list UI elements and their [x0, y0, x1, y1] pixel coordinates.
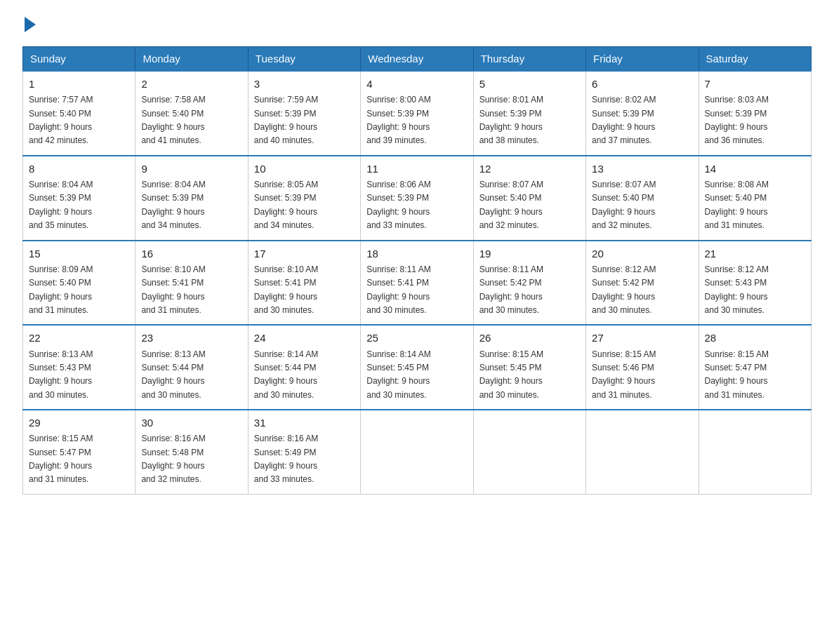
day-info: Sunrise: 8:14 AMSunset: 5:44 PMDaylight:…: [254, 349, 318, 400]
weekday-header-sunday: Sunday: [23, 47, 135, 72]
logo: [22, 17, 36, 32]
day-number: 2: [141, 76, 241, 92]
day-number: 11: [366, 161, 467, 177]
day-number: 21: [705, 246, 805, 262]
day-cell: 15Sunrise: 8:09 AMSunset: 5:40 PMDayligh…: [23, 241, 135, 326]
day-cell: 12Sunrise: 8:07 AMSunset: 5:40 PMDayligh…: [473, 156, 585, 241]
day-cell: 5Sunrise: 8:01 AMSunset: 5:39 PMDaylight…: [473, 71, 585, 156]
day-number: 4: [366, 76, 467, 92]
day-info: Sunrise: 8:09 AMSunset: 5:40 PMDaylight:…: [29, 264, 93, 315]
day-cell: [361, 410, 473, 494]
weekday-header-friday: Friday: [586, 47, 699, 72]
week-row-4: 22Sunrise: 8:13 AMSunset: 5:43 PMDayligh…: [23, 325, 812, 410]
day-number: 28: [705, 330, 805, 346]
day-cell: 7Sunrise: 8:03 AMSunset: 5:39 PMDaylight…: [699, 71, 811, 156]
day-number: 18: [366, 246, 467, 262]
day-cell: 9Sunrise: 8:04 AMSunset: 5:39 PMDaylight…: [135, 156, 248, 241]
day-info: Sunrise: 8:15 AMSunset: 5:46 PMDaylight:…: [592, 349, 656, 400]
day-number: 5: [479, 76, 580, 92]
day-cell: 25Sunrise: 8:14 AMSunset: 5:45 PMDayligh…: [361, 325, 473, 410]
day-info: Sunrise: 8:10 AMSunset: 5:41 PMDaylight:…: [254, 264, 318, 315]
day-number: 10: [254, 161, 355, 177]
day-info: Sunrise: 8:07 AMSunset: 5:40 PMDaylight:…: [592, 180, 656, 230]
day-info: Sunrise: 8:15 AMSunset: 5:47 PMDaylight:…: [705, 349, 769, 400]
day-info: Sunrise: 8:04 AMSunset: 5:39 PMDaylight:…: [141, 180, 205, 230]
weekday-header-thursday: Thursday: [473, 47, 585, 72]
day-number: 31: [254, 415, 355, 431]
day-cell: [586, 410, 699, 494]
day-info: Sunrise: 8:03 AMSunset: 5:39 PMDaylight:…: [705, 95, 769, 145]
day-info: Sunrise: 8:14 AMSunset: 5:45 PMDaylight:…: [366, 349, 430, 400]
day-cell: 8Sunrise: 8:04 AMSunset: 5:39 PMDaylight…: [23, 156, 135, 241]
day-number: 16: [141, 246, 241, 262]
day-cell: 31Sunrise: 8:16 AMSunset: 5:49 PMDayligh…: [248, 410, 360, 494]
day-info: Sunrise: 8:10 AMSunset: 5:41 PMDaylight:…: [141, 264, 205, 315]
day-info: Sunrise: 7:57 AMSunset: 5:40 PMDaylight:…: [29, 95, 93, 145]
day-info: Sunrise: 8:01 AMSunset: 5:39 PMDaylight:…: [479, 95, 543, 145]
day-number: 6: [592, 76, 692, 92]
day-cell: 19Sunrise: 8:11 AMSunset: 5:42 PMDayligh…: [473, 241, 585, 326]
day-cell: 20Sunrise: 8:12 AMSunset: 5:42 PMDayligh…: [586, 241, 699, 326]
week-row-2: 8Sunrise: 8:04 AMSunset: 5:39 PMDaylight…: [23, 156, 812, 241]
day-cell: 29Sunrise: 8:15 AMSunset: 5:47 PMDayligh…: [23, 410, 135, 494]
day-cell: 14Sunrise: 8:08 AMSunset: 5:40 PMDayligh…: [699, 156, 811, 241]
calendar-table: SundayMondayTuesdayWednesdayThursdayFrid…: [22, 46, 812, 495]
day-info: Sunrise: 8:00 AMSunset: 5:39 PMDaylight:…: [366, 95, 430, 145]
day-info: Sunrise: 8:11 AMSunset: 5:42 PMDaylight:…: [479, 264, 543, 315]
day-cell: 2Sunrise: 7:58 AMSunset: 5:40 PMDaylight…: [135, 71, 248, 156]
day-info: Sunrise: 7:59 AMSunset: 5:39 PMDaylight:…: [254, 95, 318, 145]
day-number: 3: [254, 76, 355, 92]
header: [22, 17, 812, 32]
weekday-header-wednesday: Wednesday: [361, 47, 473, 72]
day-number: 19: [479, 246, 580, 262]
day-info: Sunrise: 7:58 AMSunset: 5:40 PMDaylight:…: [141, 95, 205, 145]
day-cell: 4Sunrise: 8:00 AMSunset: 5:39 PMDaylight…: [361, 71, 473, 156]
day-info: Sunrise: 8:12 AMSunset: 5:42 PMDaylight:…: [592, 264, 656, 315]
week-row-1: 1Sunrise: 7:57 AMSunset: 5:40 PMDaylight…: [23, 71, 812, 156]
weekday-header-monday: Monday: [135, 47, 248, 72]
day-cell: 10Sunrise: 8:05 AMSunset: 5:39 PMDayligh…: [248, 156, 360, 241]
day-cell: 13Sunrise: 8:07 AMSunset: 5:40 PMDayligh…: [586, 156, 699, 241]
day-info: Sunrise: 8:13 AMSunset: 5:43 PMDaylight:…: [29, 349, 93, 400]
day-info: Sunrise: 8:07 AMSunset: 5:40 PMDaylight:…: [479, 180, 543, 230]
day-cell: 18Sunrise: 8:11 AMSunset: 5:41 PMDayligh…: [361, 241, 473, 326]
day-number: 25: [366, 330, 467, 346]
day-cell: 24Sunrise: 8:14 AMSunset: 5:44 PMDayligh…: [248, 325, 360, 410]
day-info: Sunrise: 8:11 AMSunset: 5:41 PMDaylight:…: [366, 264, 430, 315]
day-number: 29: [29, 415, 129, 431]
day-info: Sunrise: 8:12 AMSunset: 5:43 PMDaylight:…: [705, 264, 769, 315]
day-cell: [473, 410, 585, 494]
day-number: 20: [592, 246, 692, 262]
day-cell: 23Sunrise: 8:13 AMSunset: 5:44 PMDayligh…: [135, 325, 248, 410]
day-info: Sunrise: 8:06 AMSunset: 5:39 PMDaylight:…: [366, 180, 430, 230]
weekday-header-saturday: Saturday: [699, 47, 811, 72]
day-info: Sunrise: 8:02 AMSunset: 5:39 PMDaylight:…: [592, 95, 656, 145]
day-cell: 17Sunrise: 8:10 AMSunset: 5:41 PMDayligh…: [248, 241, 360, 326]
week-row-5: 29Sunrise: 8:15 AMSunset: 5:47 PMDayligh…: [23, 410, 812, 494]
day-number: 1: [29, 76, 129, 92]
day-info: Sunrise: 8:04 AMSunset: 5:39 PMDaylight:…: [29, 180, 93, 230]
week-row-3: 15Sunrise: 8:09 AMSunset: 5:40 PMDayligh…: [23, 241, 812, 326]
day-info: Sunrise: 8:05 AMSunset: 5:39 PMDaylight:…: [254, 180, 318, 230]
day-number: 14: [705, 161, 805, 177]
day-number: 27: [592, 330, 692, 346]
day-cell: 22Sunrise: 8:13 AMSunset: 5:43 PMDayligh…: [23, 325, 135, 410]
day-number: 12: [479, 161, 580, 177]
day-info: Sunrise: 8:16 AMSunset: 5:49 PMDaylight:…: [254, 434, 318, 484]
day-number: 26: [479, 330, 580, 346]
day-number: 22: [29, 330, 129, 346]
day-number: 8: [29, 161, 129, 177]
day-cell: 6Sunrise: 8:02 AMSunset: 5:39 PMDaylight…: [586, 71, 699, 156]
day-info: Sunrise: 8:16 AMSunset: 5:48 PMDaylight:…: [141, 434, 205, 484]
day-info: Sunrise: 8:13 AMSunset: 5:44 PMDaylight:…: [141, 349, 205, 400]
day-cell: 3Sunrise: 7:59 AMSunset: 5:39 PMDaylight…: [248, 71, 360, 156]
day-cell: 1Sunrise: 7:57 AMSunset: 5:40 PMDaylight…: [23, 71, 135, 156]
day-cell: 21Sunrise: 8:12 AMSunset: 5:43 PMDayligh…: [699, 241, 811, 326]
weekday-header-row: SundayMondayTuesdayWednesdayThursdayFrid…: [23, 47, 812, 72]
day-cell: 27Sunrise: 8:15 AMSunset: 5:46 PMDayligh…: [586, 325, 699, 410]
weekday-header-tuesday: Tuesday: [248, 47, 360, 72]
day-number: 30: [141, 415, 241, 431]
day-number: 17: [254, 246, 355, 262]
day-info: Sunrise: 8:15 AMSunset: 5:47 PMDaylight:…: [29, 434, 93, 484]
day-number: 15: [29, 246, 129, 262]
